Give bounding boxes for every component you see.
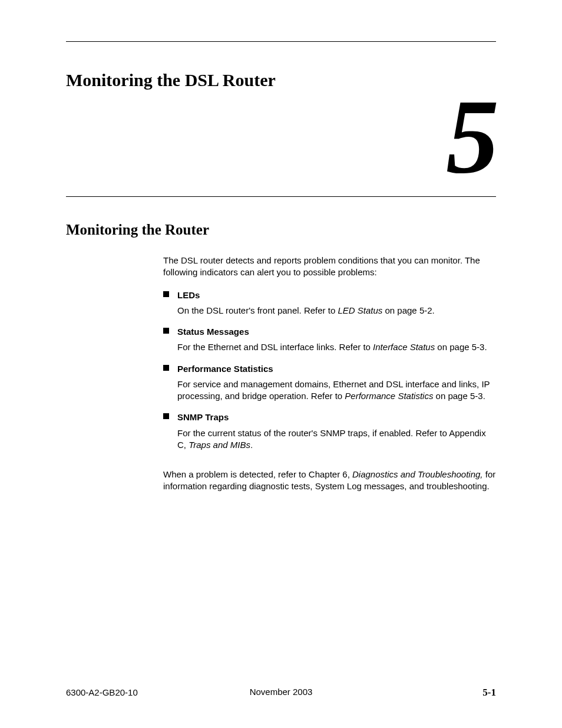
item-body-pre: On the DSL router's front panel. Refer t… bbox=[177, 305, 338, 315]
bullet-icon bbox=[163, 328, 169, 334]
item-body: For service and management domains, Ethe… bbox=[177, 378, 496, 403]
section-title: Monitoring the Router bbox=[66, 222, 496, 238]
item-title: LEDs bbox=[177, 289, 496, 301]
cross-reference: Interface Status bbox=[373, 342, 435, 352]
item-title: Performance Statistics bbox=[177, 363, 496, 375]
list-item: SNMP Traps For the current status of the… bbox=[163, 411, 496, 451]
item-body: For the Ethernet and DSL interface links… bbox=[177, 341, 496, 353]
item-body-post: . bbox=[250, 440, 253, 450]
footer-date: November 2003 bbox=[250, 687, 313, 697]
closing-paragraph: When a problem is detected, refer to Cha… bbox=[163, 469, 496, 493]
item-body: On the DSL router's front panel. Refer t… bbox=[177, 305, 496, 317]
closing-pre: When a problem is detected, refer to bbox=[163, 469, 309, 479]
cross-reference: LED Status bbox=[338, 305, 382, 315]
chapter-number: 5 bbox=[66, 84, 496, 190]
item-title: Status Messages bbox=[177, 326, 496, 338]
page: Monitoring the DSL Router 5 Monitoring t… bbox=[0, 0, 562, 728]
item-body-pre: For the Ethernet and DSL interface links… bbox=[177, 342, 373, 352]
closing-chapter-ref: Chapter 6, bbox=[309, 469, 350, 479]
cross-reference: Diagnostics and Troubleshooting, bbox=[352, 469, 483, 479]
item-body-post: on page 5-3. bbox=[435, 342, 487, 352]
cross-reference: Traps and MIBs bbox=[189, 440, 250, 450]
body-block: The DSL router detects and reports probl… bbox=[163, 255, 496, 493]
footer-doc-id: 6300-A2-GB20-10 bbox=[66, 687, 138, 697]
top-rule bbox=[66, 41, 496, 42]
item-body-post: on page 5-3. bbox=[433, 391, 485, 401]
intro-paragraph: The DSL router detects and reports probl… bbox=[163, 255, 496, 279]
bullet-icon bbox=[163, 291, 169, 297]
item-title: SNMP Traps bbox=[177, 411, 496, 423]
bullet-icon bbox=[163, 365, 169, 371]
list-item: Status Messages For the Ethernet and DSL… bbox=[163, 326, 496, 354]
cross-reference: Performance Statistics bbox=[345, 391, 433, 401]
bullet-icon bbox=[163, 413, 169, 419]
item-body-post: on page 5-2. bbox=[382, 305, 434, 315]
footer-page-number: 5-1 bbox=[482, 687, 496, 699]
list-item: Performance Statistics For service and m… bbox=[163, 363, 496, 403]
mid-rule bbox=[66, 196, 496, 197]
item-body: For the current status of the router's S… bbox=[177, 427, 496, 452]
list-item: LEDs On the DSL router's front panel. Re… bbox=[163, 289, 496, 317]
footer: 6300-A2-GB20-10 November 2003 5-1 bbox=[66, 687, 496, 699]
